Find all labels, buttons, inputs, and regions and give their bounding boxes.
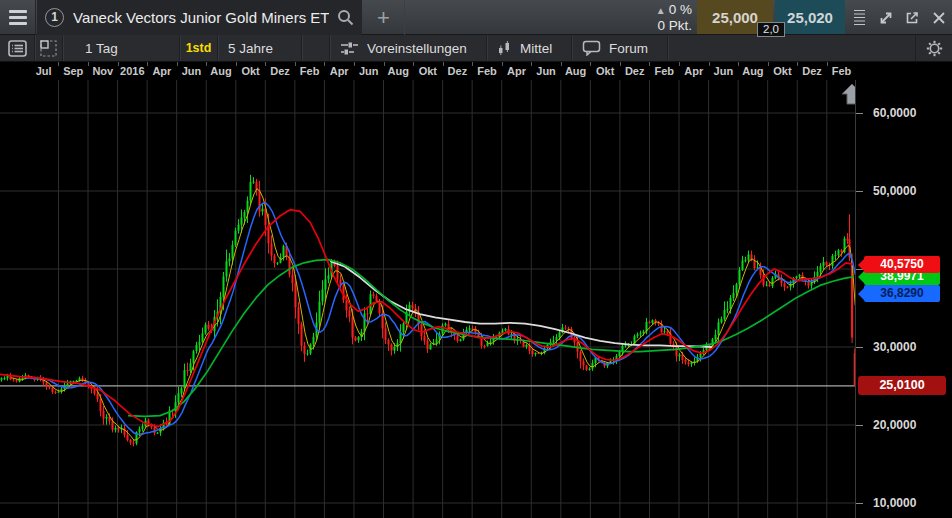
month-label: 2016 xyxy=(120,65,144,77)
tab-index-badge: 1 xyxy=(45,8,64,27)
search-icon[interactable] xyxy=(337,9,354,26)
price-tick-label: 20,0000 xyxy=(873,418,916,432)
price-axis[interactable]: 40,5750 38,9971 36,8290 25,0100 60,00005… xyxy=(855,80,952,518)
month-tick xyxy=(472,62,473,66)
month-label: Okt xyxy=(596,65,614,77)
chart-settings-button[interactable] xyxy=(915,35,952,61)
month-tick xyxy=(797,62,798,66)
month-label: Aug xyxy=(210,65,231,77)
month-label: Okt xyxy=(419,65,437,77)
price-tick-label: 10,0000 xyxy=(873,496,916,510)
month-label: Feb xyxy=(477,65,497,77)
month-label: Jun xyxy=(182,65,202,77)
month-label: Feb xyxy=(300,65,320,77)
detach-window-icon[interactable] xyxy=(899,0,926,35)
month-tick xyxy=(443,62,444,66)
month-label: Apr xyxy=(507,65,526,77)
close-icon[interactable] xyxy=(926,0,952,35)
month-tick xyxy=(413,62,414,66)
up-triangle-icon: ▲ xyxy=(656,5,666,16)
month-tick xyxy=(738,62,739,66)
month-tick xyxy=(147,62,148,66)
jump-to-latest-icon[interactable] xyxy=(842,84,855,104)
price-tick xyxy=(856,347,863,348)
change-percent: 0 % xyxy=(669,2,692,17)
month-label: Okt xyxy=(773,65,791,77)
price-tick-label: 60,0000 xyxy=(873,106,916,120)
instrument-tab[interactable]: 1 Vaneck Vectors Junior Gold Miners ETF xyxy=(37,0,362,35)
price-chart[interactable] xyxy=(0,80,855,518)
presets-button[interactable]: Voreinstellungen xyxy=(330,35,487,61)
month-tick xyxy=(177,62,178,66)
month-tick xyxy=(384,62,385,66)
x-axis-months[interactable]: JulSepNov2016AprJunAugOktDezFebAprJunAug… xyxy=(0,62,952,80)
candlestick-icon xyxy=(497,40,512,56)
forum-button[interactable]: Forum xyxy=(572,35,668,61)
price-tick-label: 30,0000 xyxy=(873,340,916,354)
price-tick-label: 50,0000 xyxy=(873,184,916,198)
month-label: Apr xyxy=(152,65,171,77)
new-tab-button[interactable]: + xyxy=(363,0,405,35)
month-label: Okt xyxy=(241,65,259,77)
last-price-tag: 25,0100 xyxy=(858,376,946,395)
interval-1tag-button[interactable]: 1 Tag xyxy=(63,35,180,61)
month-label: Apr xyxy=(330,65,349,77)
month-label: Nov xyxy=(92,65,113,77)
month-label: Aug xyxy=(565,65,586,77)
month-label: Dez xyxy=(270,65,290,77)
hamburger-menu-button[interactable] xyxy=(0,0,36,35)
month-tick xyxy=(354,62,355,66)
month-tick xyxy=(620,62,621,66)
month-label: Jun xyxy=(359,65,379,77)
gear-icon xyxy=(926,40,943,57)
month-tick xyxy=(502,62,503,66)
month-tick xyxy=(324,62,325,66)
orderbook-lines-icon[interactable] xyxy=(846,0,873,35)
red-ma-price-tag: 40,5750 xyxy=(864,256,940,273)
chart-toolbar: 1 Tag 1std 5 Jahre Voreinstellungen xyxy=(0,35,952,62)
change-block: ▲0 % 0 Pkt. xyxy=(656,2,692,33)
ask-price-button[interactable]: 25,020 xyxy=(775,0,845,34)
price-tick xyxy=(856,425,863,426)
month-tick xyxy=(827,62,828,66)
month-tick xyxy=(768,62,769,66)
month-tick xyxy=(531,62,532,66)
averages-button[interactable]: Mittel xyxy=(487,35,572,61)
month-label: Sep xyxy=(63,65,83,77)
grid-layout-icon xyxy=(40,40,57,57)
month-label: Aug xyxy=(388,65,409,77)
month-tick xyxy=(206,62,207,66)
month-label: Jun xyxy=(536,65,556,77)
blue-ma-price-tag: 36,8290 xyxy=(864,285,940,302)
change-points: 0 Pkt. xyxy=(656,18,692,33)
range-5jahre-button[interactable]: 5 Jahre xyxy=(218,35,302,61)
trading-app-window: 1 Vaneck Vectors Junior Gold Miners ETF … xyxy=(0,0,952,518)
month-label: Aug xyxy=(742,65,763,77)
price-tick xyxy=(856,503,863,504)
month-label: Dez xyxy=(625,65,645,77)
instrument-title: Vaneck Vectors Junior Gold Miners ETF xyxy=(73,9,329,26)
watchlist-button[interactable] xyxy=(0,35,35,61)
month-label: Dez xyxy=(802,65,822,77)
price-tick xyxy=(856,113,863,114)
month-tick xyxy=(265,62,266,66)
month-tick xyxy=(58,62,59,66)
month-tick xyxy=(236,62,237,66)
month-tick xyxy=(649,62,650,66)
month-tick xyxy=(295,62,296,66)
month-tick xyxy=(590,62,591,66)
layout-split-button[interactable] xyxy=(35,35,63,61)
month-label: Feb xyxy=(832,65,852,77)
expand-window-icon[interactable] xyxy=(873,0,900,35)
month-tick xyxy=(679,62,680,66)
month-label: Apr xyxy=(684,65,703,77)
toolbar-spacer xyxy=(302,35,330,61)
month-label: Feb xyxy=(654,65,674,77)
month-label: Jun xyxy=(714,65,734,77)
list-icon xyxy=(8,40,27,57)
month-tick xyxy=(561,62,562,66)
sliders-icon xyxy=(340,41,359,56)
interval-1std-button[interactable]: 1std xyxy=(180,35,218,61)
price-tick xyxy=(856,191,863,192)
speech-bubble-icon xyxy=(582,40,601,56)
